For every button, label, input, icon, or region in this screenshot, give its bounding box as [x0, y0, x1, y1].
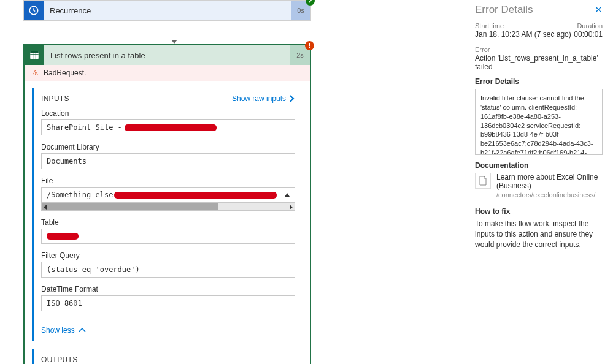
table-value[interactable]: [41, 229, 295, 244]
chevron-right-icon: [289, 95, 295, 102]
location-label: Location: [41, 109, 295, 118]
start-time-label: Start time: [475, 22, 504, 29]
recurrence-card[interactable]: Recurrence 0s ✓: [23, 0, 311, 21]
excel-card-header[interactable]: List rows present in a table 2s: [25, 45, 310, 65]
datetime-label: DateTime Format: [41, 285, 295, 294]
warning-icon: ⚠: [32, 69, 39, 77]
library-value[interactable]: Documents: [41, 153, 295, 169]
file-scrollbar[interactable]: [41, 203, 295, 211]
excel-icon: [25, 45, 44, 65]
panel-title: Error Details: [475, 4, 533, 16]
start-time-value: Jan 18, 10:23 AM (7 sec ago): [475, 30, 571, 39]
datetime-value[interactable]: ISO 8601: [41, 295, 295, 311]
error-message: Action 'List_rows_present_in_a_table' fa…: [475, 54, 603, 71]
error-banner-text: BadRequest.: [44, 69, 86, 77]
error-label: Error: [475, 46, 603, 53]
duration-value: 00:00:01: [574, 30, 603, 39]
duration-label: Duration: [577, 22, 603, 29]
how-to-fix-text: To make this flow work, inspect the inpu…: [475, 219, 603, 249]
excel-action-card: List rows present in a table 2s ! ⚠ BadR…: [23, 44, 311, 364]
error-details-panel: Error Details ✕ Start time Duration Jan …: [475, 0, 613, 249]
flow-arrow: [174, 20, 174, 43]
recurrence-title: Recurrence: [44, 1, 291, 20]
outputs-label: OUTPUTS: [41, 355, 295, 364]
documentation-link[interactable]: Learn more about Excel Online (Business)…: [475, 173, 603, 199]
file-value[interactable]: /Something else: [41, 187, 295, 203]
error-details-label: Error Details: [475, 77, 603, 86]
error-details-text[interactable]: Invalid filter clause: cannot find the '…: [475, 89, 603, 155]
filter-label: Filter Query: [41, 251, 295, 260]
status-ok-icon: ✓: [306, 0, 315, 6]
table-label: Table: [41, 218, 295, 227]
chevron-up-icon: [79, 327, 86, 333]
show-less-link[interactable]: Show less: [34, 322, 303, 341]
close-icon[interactable]: ✕: [595, 4, 603, 15]
inputs-label: INPUTS: [41, 94, 232, 103]
document-icon: [475, 173, 491, 189]
doc-link-path: /connectors/excelonlinebusiness/: [496, 191, 603, 199]
show-raw-inputs-link[interactable]: Show raw inputs: [232, 94, 295, 103]
svg-rect-2: [30, 51, 39, 53]
outputs-section: OUTPUTS Click to download: [32, 349, 303, 364]
filter-value[interactable]: (status eq 'overdue'): [41, 262, 295, 278]
status-error-icon: !: [305, 41, 314, 50]
doc-link-title: Learn more about Excel Online (Business): [496, 173, 603, 190]
file-label: File: [41, 176, 295, 185]
location-value[interactable]: SharePoint Site -: [41, 119, 295, 135]
how-to-fix-label: How to fix: [475, 207, 603, 216]
excel-action-title: List rows present in a table: [44, 45, 290, 65]
clock-icon: [24, 1, 44, 20]
documentation-label: Documentation: [475, 161, 603, 170]
error-banner: ⚠ BadRequest.: [25, 65, 310, 81]
inputs-section: INPUTS Show raw inputs Location SharePoi…: [32, 88, 303, 341]
library-label: Document Library: [41, 143, 295, 151]
